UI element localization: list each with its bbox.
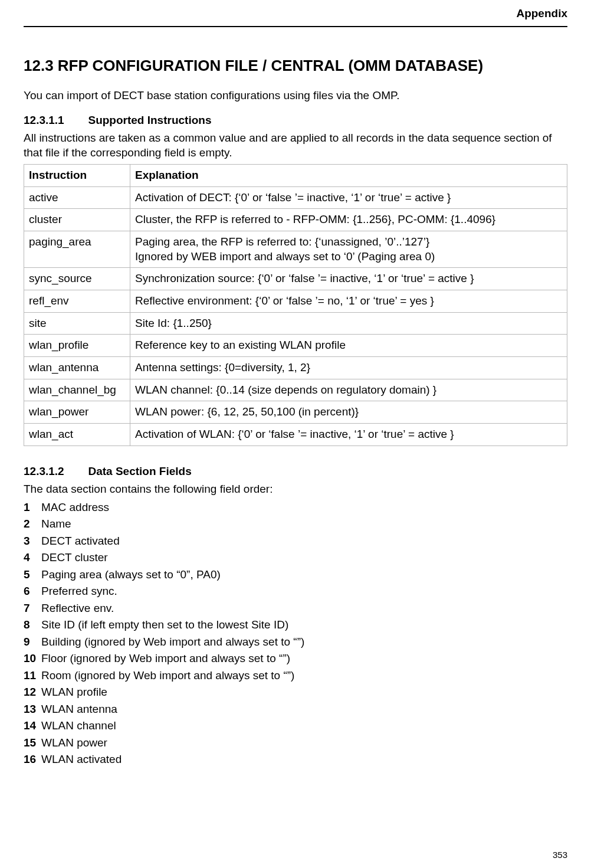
list-item: DECT cluster [24,549,567,566]
data-fields-list: MAC addressNameDECT activatedDECT cluste… [24,499,567,768]
list-item: Room (ignored by Web import and always s… [24,667,567,684]
subsection-2-header: 12.3.1.2 Data Section Fields [24,465,567,478]
instruction-cell: paging_area [24,231,130,267]
list-item: WLAN power [24,735,567,752]
explanation-cell: Activation of WLAN: {‘0’ or ‘false ’= in… [130,424,567,446]
table-row: wlan_actActivation of WLAN: {‘0’ or ‘fal… [24,424,567,446]
page-number: 353 [553,850,567,860]
instruction-cell: wlan_channel_bg [24,379,130,401]
list-item: DECT activated [24,533,567,550]
table-header-explanation: Explanation [130,164,567,186]
instructions-table: Instruction Explanation activeActivation… [24,164,567,446]
subsection-1-header: 12.3.1.1 Supported Instructions [24,114,567,127]
table-row: wlan_channel_bgWLAN channel: {0..14 (siz… [24,379,567,401]
list-item: Preferred sync. [24,583,567,600]
instruction-cell: sync_source [24,268,130,290]
table-row: siteSite Id: {1..250} [24,312,567,335]
list-item: MAC address [24,499,567,516]
subsection-1-num: 12.3.1.1 [24,114,86,127]
list-item: Paging area (always set to “0”, PA0) [24,566,567,584]
table-row: paging_areaPaging area, the RFP is refer… [24,231,567,267]
section-heading: 12.3 RFP CONFIGURATION FILE / CENTRAL (O… [24,57,567,75]
instruction-cell: wlan_profile [24,335,130,357]
table-row: clusterCluster, the RFP is referred to -… [24,209,567,231]
explanation-cell: Reference key to an existing WLAN profil… [130,335,567,357]
table-row: sync_sourceSynchronization source: {‘0’ … [24,268,567,290]
explanation-cell: Paging area, the RFP is referred to: {‘u… [130,231,567,267]
list-item: Reflective env. [24,600,567,617]
explanation-cell: Activation of DECT: {‘0’ or ‘false ’= in… [130,186,567,209]
explanation-cell: Site Id: {1..250} [130,312,567,335]
list-item: Floor (ignored by Web import and always … [24,650,567,667]
instruction-cell: cluster [24,209,130,231]
subsection-1-intro: All instructions are taken as a common v… [24,130,567,161]
subsection-2-title: Data Section Fields [88,465,191,477]
list-item: Site ID (if left empty then set to the l… [24,617,567,634]
explanation-cell: Reflective environment: {‘0’ or ‘false ’… [130,290,567,313]
explanation-cell: WLAN channel: {0..14 (size depends on re… [130,379,567,401]
instruction-cell: site [24,312,130,335]
table-header-instruction: Instruction [24,164,130,186]
explanation-cell: Antenna settings: {0=diversity, 1, 2} [130,357,567,379]
table-row: wlan_antennaAntenna settings: {0=diversi… [24,357,567,379]
list-item: WLAN activated [24,751,567,768]
instruction-cell: refl_env [24,290,130,313]
subsection-2-num: 12.3.1.2 [24,465,86,478]
list-item: Building (ignored by Web import and alwa… [24,634,567,651]
list-item: WLAN profile [24,684,567,701]
list-item: WLAN antenna [24,701,567,718]
subsection-2-intro: The data section contains the following … [24,482,567,497]
section-intro: You can import of DECT base station conf… [24,88,567,103]
list-item: Name [24,516,567,533]
table-header-row: Instruction Explanation [24,164,567,186]
appendix-header: Appendix [0,0,591,20]
explanation-cell: WLAN power: {6, 12, 25, 50,100 (in perce… [130,401,567,424]
table-row: wlan_profileReference key to an existing… [24,335,567,357]
page-content: 12.3 RFP CONFIGURATION FILE / CENTRAL (O… [0,27,591,780]
instruction-cell: wlan_power [24,401,130,424]
instruction-cell: wlan_act [24,424,130,446]
list-item: WLAN channel [24,718,567,735]
subsection-1-title: Supported Instructions [88,114,211,126]
table-row: wlan_powerWLAN power: {6, 12, 25, 50,100… [24,401,567,424]
instruction-cell: wlan_antenna [24,357,130,379]
table-row: activeActivation of DECT: {‘0’ or ‘false… [24,186,567,209]
table-row: refl_envReflective environment: {‘0’ or … [24,290,567,313]
instruction-cell: active [24,186,130,209]
explanation-cell: Synchronization source: {‘0’ or ‘false ’… [130,268,567,290]
explanation-cell: Cluster, the RFP is referred to - RFP-OM… [130,209,567,231]
